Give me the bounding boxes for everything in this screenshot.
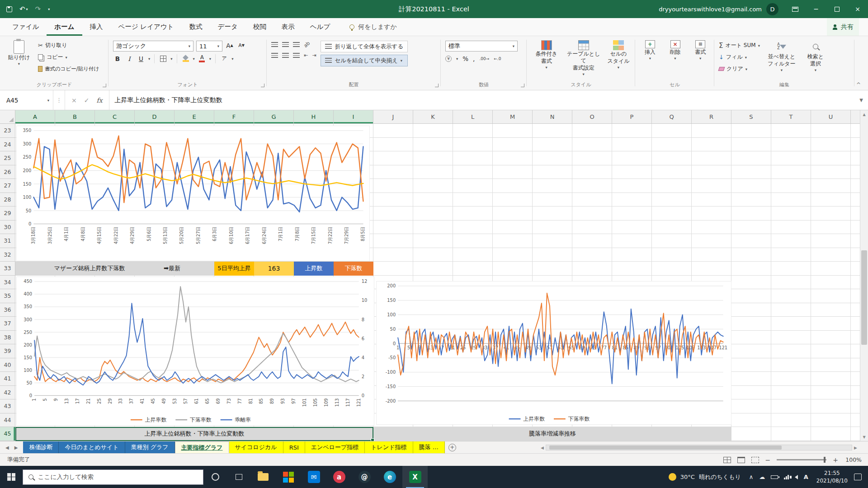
font-size-select[interactable]: 11▾ bbox=[196, 41, 222, 52]
ribbon-display-options-button[interactable] bbox=[785, 0, 806, 18]
sheet-tab-主要指標グラフ[interactable]: 主要指標グラフ bbox=[175, 441, 229, 453]
wrap-text-button[interactable]: 折り返して全体を表示する bbox=[321, 41, 408, 52]
sort-filter-button[interactable]: AZ 並べ替えとフィルター▾ bbox=[764, 39, 799, 73]
conditional-formatting-button[interactable]: 条件付き書式▾ bbox=[531, 39, 561, 80]
column-header-N[interactable]: N bbox=[533, 110, 572, 123]
phonetic-guide-button[interactable]: ア bbox=[220, 54, 229, 63]
row-header-33[interactable]: 33 bbox=[0, 262, 15, 276]
normal-view-button[interactable] bbox=[723, 457, 731, 463]
comma-format-icon[interactable]: , bbox=[473, 55, 475, 62]
taskbar-excel[interactable]: X bbox=[402, 466, 428, 488]
font-name-select[interactable]: 游ゴシック▾ bbox=[113, 41, 193, 52]
chart-top-counts[interactable]: 0501001502002503003504004500246810121591… bbox=[16, 277, 374, 426]
ribbon-tab-ホーム[interactable]: ホーム bbox=[47, 18, 82, 36]
down-count-cell[interactable]: 下落数 bbox=[334, 262, 373, 276]
fill-button[interactable]: ↓フィル▾ bbox=[719, 52, 760, 62]
column-header-E[interactable]: E bbox=[175, 110, 214, 123]
ime-mode[interactable]: A bbox=[804, 474, 808, 480]
row-header-37[interactable]: 37 bbox=[0, 317, 15, 331]
sheet-tab-騰落 …[interactable]: 騰落 … bbox=[413, 441, 445, 453]
cancel-entry-button[interactable]: × bbox=[71, 97, 77, 104]
row-header-38[interactable]: 38 bbox=[0, 331, 15, 345]
zoom-out-button[interactable]: − bbox=[765, 456, 771, 464]
sheet-nav-left[interactable]: ◀ bbox=[5, 445, 9, 450]
start-button[interactable] bbox=[0, 466, 23, 488]
taskbar-app-at[interactable]: @ bbox=[352, 466, 377, 488]
row-header-45[interactable]: 45 bbox=[0, 427, 15, 441]
column-header-B[interactable]: B bbox=[55, 110, 95, 123]
column-header-H[interactable]: H bbox=[294, 110, 334, 123]
zoom-slider-thumb[interactable] bbox=[824, 457, 826, 463]
format-as-table-button[interactable]: テーブルとして書式設定▾ bbox=[566, 39, 601, 80]
column-header-D[interactable]: D bbox=[135, 110, 175, 123]
row-header-43[interactable]: 43 bbox=[0, 399, 15, 413]
row-header-23[interactable]: 23 bbox=[0, 124, 15, 138]
chart-mothers-daily[interactable]: 0501001502002503003503月18日3月25日4月1日4月8日4… bbox=[16, 126, 370, 261]
column-header-S[interactable]: S bbox=[731, 110, 771, 123]
merge-center-button[interactable]: セルを結合して中央揃え ▾ bbox=[321, 55, 408, 66]
cell-styles-button[interactable]: セルのスタイル▾ bbox=[605, 39, 632, 80]
font-dialog-launcher[interactable] bbox=[261, 84, 264, 87]
row-header-35[interactable]: 35 bbox=[0, 289, 15, 303]
number-dialog-launcher[interactable] bbox=[521, 84, 524, 87]
increase-decimal-icon[interactable]: .00→ bbox=[479, 56, 489, 61]
tell-me-box[interactable]: 何をしますか bbox=[349, 18, 397, 36]
align-bottom-icon[interactable] bbox=[293, 42, 300, 47]
onedrive-icon[interactable]: ☁ bbox=[759, 474, 765, 480]
formula-input[interactable]: 上昇率上位銘柄数・下降率上位変動数 bbox=[109, 90, 854, 110]
new-sheet-button[interactable]: + bbox=[448, 441, 456, 453]
taskbar-edge[interactable]: e bbox=[377, 466, 402, 488]
chart-updown-rate[interactable]: -200-150-100-500501001502001591317212529… bbox=[376, 281, 731, 425]
copy-button[interactable]: コピー▾ bbox=[38, 52, 99, 62]
page-layout-view-button[interactable] bbox=[737, 457, 745, 463]
delete-cells-button[interactable]: × 削除▾ bbox=[665, 39, 686, 80]
ribbon-tab-数式[interactable]: 数式 bbox=[182, 18, 210, 36]
row-header-32[interactable]: 32 bbox=[0, 248, 15, 262]
row-header-40[interactable]: 40 bbox=[0, 358, 15, 372]
cut-button[interactable]: ✂切り取り bbox=[38, 41, 99, 50]
increase-font-button[interactable]: A▲ bbox=[225, 41, 234, 50]
sheet-tab-今日のまとめサイト[interactable]: 今日のまとめサイト bbox=[59, 441, 125, 453]
taskbar-mail[interactable]: ✉ bbox=[301, 466, 326, 488]
ribbon-tab-ヘルプ[interactable]: ヘルプ bbox=[302, 18, 338, 36]
avg5-value-cell[interactable]: 163 bbox=[254, 262, 294, 276]
row-header-44[interactable]: 44 bbox=[0, 413, 15, 427]
zoom-slider[interactable] bbox=[777, 459, 826, 460]
number-format-select[interactable]: 標準▾ bbox=[445, 41, 518, 52]
vertical-scrollbar[interactable]: ▲ ▼ bbox=[860, 110, 868, 441]
close-button[interactable]: × bbox=[847, 0, 868, 18]
left-footer-banner[interactable]: 上昇率上位銘柄数・下降率上位変動数 bbox=[15, 427, 373, 441]
customize-qat-button[interactable]: ▾ bbox=[48, 7, 50, 11]
volume-icon[interactable] bbox=[795, 475, 798, 479]
row-header-31[interactable]: 31 bbox=[0, 234, 15, 248]
scroll-left-arrow[interactable]: ◀ bbox=[541, 446, 544, 450]
column-header-C[interactable]: C bbox=[95, 110, 135, 123]
column-header-R[interactable]: R bbox=[692, 110, 731, 123]
account-email[interactable]: dryyourtearswithlove1@gmail.com bbox=[659, 6, 762, 13]
show-hidden-icons-button[interactable]: ∧ bbox=[749, 474, 754, 480]
autosum-button[interactable]: Σオート SUM▾ bbox=[719, 41, 760, 50]
taskbar-search-box[interactable]: ここに入力して検索 bbox=[23, 469, 203, 485]
horizontal-scroll-thumb[interactable] bbox=[549, 446, 782, 450]
percent-format-icon[interactable]: % bbox=[462, 55, 468, 62]
insert-cells-button[interactable]: + 挿入▾ bbox=[640, 39, 660, 80]
currency-format-icon[interactable]: ¥ bbox=[445, 56, 452, 62]
align-right-icon[interactable] bbox=[293, 53, 300, 58]
redo-button[interactable]: ↷ bbox=[35, 5, 41, 13]
column-header-M[interactable]: M bbox=[493, 110, 533, 123]
expand-formula-bar-button[interactable]: ▼ bbox=[854, 90, 868, 110]
column-header-G[interactable]: G bbox=[254, 110, 294, 123]
collapse-ribbon-button[interactable]: ^ bbox=[856, 82, 861, 88]
row-header-30[interactable]: 30 bbox=[0, 221, 15, 235]
row-header-26[interactable]: 26 bbox=[0, 165, 15, 179]
minimize-button[interactable]: ─ bbox=[806, 0, 826, 18]
sheet-nav-right[interactable]: ▶ bbox=[14, 445, 18, 450]
row-header-41[interactable]: 41 bbox=[0, 372, 15, 386]
font-color-button[interactable]: A bbox=[198, 54, 207, 63]
sheet-tab-RSI[interactable]: RSI bbox=[283, 441, 305, 453]
paste-button[interactable]: 貼り付け ▾ bbox=[5, 39, 33, 80]
align-left-icon[interactable] bbox=[271, 53, 278, 58]
clear-button[interactable]: クリア▾ bbox=[719, 64, 760, 74]
taskbar-weather[interactable]: 30°C 晴れのちくもり bbox=[664, 473, 745, 481]
avg5-label-cell[interactable]: 5日平均上昇 bbox=[214, 262, 254, 276]
